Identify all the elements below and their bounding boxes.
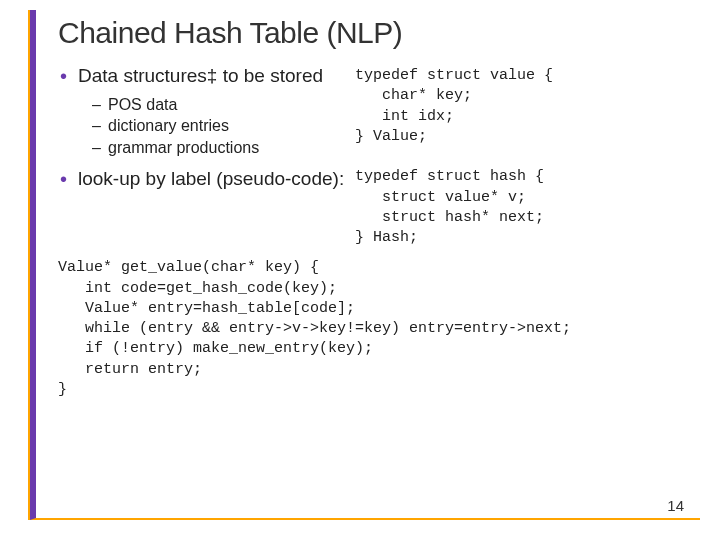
sub-bullet-item: dictionary entries xyxy=(92,115,345,137)
slide-frame: Chained Hash Table (NLP) Data structures… xyxy=(30,10,700,520)
bullet-list: look-up by label (pseudo-code): xyxy=(58,167,345,191)
left-column: Data structures‡ to be stored POS data d… xyxy=(58,64,345,248)
page-number: 14 xyxy=(667,497,684,514)
slide-title: Chained Hash Table (NLP) xyxy=(58,16,682,50)
bullet-item: look-up by label (pseudo-code): xyxy=(58,167,345,191)
code-typedef: typedef struct value { char* key; int id… xyxy=(355,64,682,248)
sub-bullet-item: POS data xyxy=(92,94,345,116)
sub-bullet-list: POS data dictionary entries grammar prod… xyxy=(92,94,345,159)
two-column-layout: Data structures‡ to be stored POS data d… xyxy=(58,64,682,248)
sub-bullet-item: grammar productions xyxy=(92,137,345,159)
bullet-item: Data structures‡ to be stored xyxy=(58,64,345,88)
bullet-list: Data structures‡ to be stored xyxy=(58,64,345,88)
code-function: Value* get_value(char* key) { int code=g… xyxy=(58,258,682,400)
